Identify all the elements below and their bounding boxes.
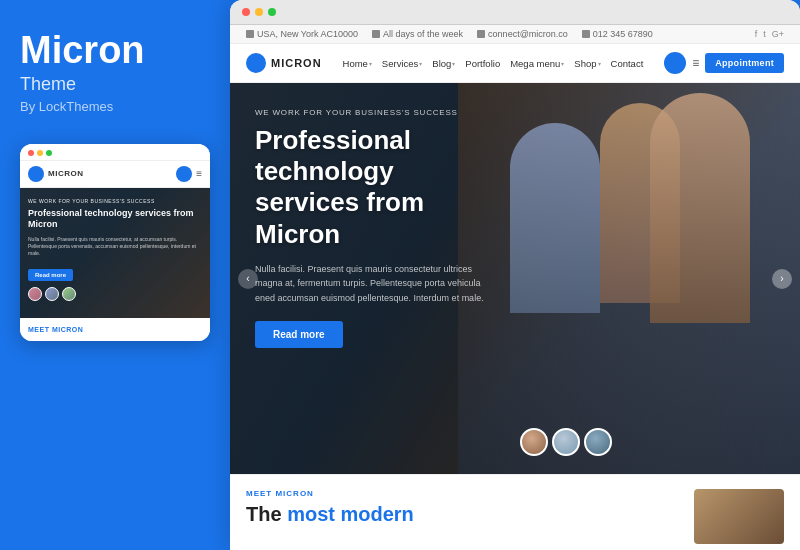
mobile-hero: WE WORK FOR YOUR BUSINESS'S SUCCESS Prof… [20, 188, 210, 318]
email-text: connect@micron.co [488, 29, 568, 39]
brand-header: Micron Theme By LockThemes [20, 30, 210, 114]
cart-icon[interactable] [664, 52, 686, 74]
mobile-logo-text: MICRON [48, 169, 83, 178]
info-address: USA, New York AC10000 [246, 29, 358, 39]
info-bar-left: USA, New York AC10000 All days of the we… [246, 29, 653, 39]
meet-title: The most modern [246, 502, 678, 526]
hero-avatar-2 [552, 428, 580, 456]
meet-section: MEET MICRON The most modern [230, 474, 800, 550]
mobile-avatar-2 [45, 287, 59, 301]
hamburger-icon[interactable]: ≡ [692, 56, 699, 70]
mobile-hero-content: WE WORK FOR YOUR BUSINESS'S SUCCESS Prof… [20, 188, 210, 311]
info-phone: 012 345 67890 [582, 29, 653, 39]
mobile-hamburger-icon[interactable]: ≡ [196, 168, 202, 179]
mobile-nav: MICRON ≡ [20, 161, 210, 188]
hero-tag: WE WORK FOR YOUR BUSINESS'S SUCCESS [255, 108, 501, 117]
nav-logo[interactable]: MICRON [246, 53, 322, 73]
meet-image-inner [694, 489, 784, 544]
mobile-meet-section: MEET MICRON [20, 318, 210, 341]
phone-text: 012 345 67890 [593, 29, 653, 39]
appointment-button[interactable]: Appointment [705, 53, 784, 73]
brand-title: Micron [20, 30, 210, 72]
info-email: connect@micron.co [477, 29, 568, 39]
meet-left: MEET MICRON The most modern [246, 489, 678, 526]
info-hours: All days of the week [372, 29, 463, 39]
mobile-read-more-button[interactable]: Read more [28, 269, 73, 281]
nav-blog[interactable]: Blog ▾ [432, 58, 455, 69]
email-icon [477, 30, 485, 38]
meet-label: MEET MICRON [246, 489, 678, 498]
mobile-dot-green [46, 150, 52, 156]
address-text: USA, New York AC10000 [257, 29, 358, 39]
brand-by: By LockThemes [20, 99, 210, 114]
mobile-dot-red [28, 150, 34, 156]
mobile-hero-body: Nulla facilisi. Praesent quis mauris con… [28, 236, 202, 257]
mobile-nav-icons: ≡ [176, 166, 202, 182]
nav-logo-icon [246, 53, 266, 73]
hero-title: Professional technology services from Mi… [255, 125, 501, 250]
nav-actions: ≡ Appointment [664, 52, 784, 74]
phone-icon [582, 30, 590, 38]
hero-title-line1: Professional technology [255, 125, 411, 186]
info-social-icons: f t G+ [755, 29, 784, 39]
nav-services[interactable]: Services ▾ [382, 58, 422, 69]
shop-caret: ▾ [598, 60, 601, 67]
nav-home[interactable]: Home ▾ [343, 58, 372, 69]
chrome-dot-green [268, 8, 276, 16]
google-plus-icon[interactable]: G+ [772, 29, 784, 39]
mobile-avatar-1 [28, 287, 42, 301]
mobile-dot-yellow [37, 150, 43, 156]
hero-avatars [520, 428, 612, 456]
nav-logo-text: MICRON [271, 57, 322, 69]
hero-avatar-3 [584, 428, 612, 456]
hero-section: WE WORK FOR YOUR BUSINESS'S SUCCESS Prof… [230, 83, 800, 474]
chrome-dot-yellow [255, 8, 263, 16]
meet-title-start: The [246, 503, 287, 525]
info-bar: USA, New York AC10000 All days of the we… [230, 25, 800, 44]
desktop-chrome-bar [230, 0, 800, 25]
hero-prev-arrow[interactable]: ‹ [238, 269, 258, 289]
nav-shop[interactable]: Shop ▾ [574, 58, 600, 69]
mobile-window-dots [28, 150, 52, 156]
nav-mega-menu[interactable]: Mega menu ▾ [510, 58, 564, 69]
desktop-mockup: USA, New York AC10000 All days of the we… [230, 0, 800, 550]
brand-subtitle: Theme [20, 74, 210, 95]
mobile-meet-label: MEET MICRON [28, 326, 202, 333]
mobile-hero-tag: WE WORK FOR YOUR BUSINESS'S SUCCESS [28, 198, 202, 204]
hero-person-2 [650, 93, 750, 323]
mobile-logo: MICRON [28, 166, 83, 182]
mobile-mockup: MICRON ≡ WE WORK FOR YOUR BUSINESS'S SUC… [20, 144, 210, 341]
mobile-chrome-bar [20, 144, 210, 161]
blog-caret: ▾ [452, 60, 455, 67]
nav-portfolio[interactable]: Portfolio [465, 58, 500, 69]
hero-avatar-1 [520, 428, 548, 456]
main-nav: MICRON Home ▾ Services ▾ Blog ▾ Portfoli… [230, 44, 800, 83]
mobile-cart-icon [176, 166, 192, 182]
facebook-icon[interactable]: f [755, 29, 758, 39]
mobile-avatar-3 [62, 287, 76, 301]
nav-contact[interactable]: Contact [611, 58, 644, 69]
hero-read-more-button[interactable]: Read more [255, 321, 343, 348]
nav-links: Home ▾ Services ▾ Blog ▾ Portfolio Mega … [343, 58, 644, 69]
address-icon [246, 30, 254, 38]
hours-text: All days of the week [383, 29, 463, 39]
mobile-logo-icon [28, 166, 44, 182]
hero-content: WE WORK FOR YOUR BUSINESS'S SUCCESS Prof… [230, 83, 526, 373]
meet-image [694, 489, 784, 544]
hero-next-arrow[interactable]: › [772, 269, 792, 289]
twitter-icon[interactable]: t [763, 29, 766, 39]
meet-title-highlight: most modern [287, 503, 414, 525]
left-panel: Micron Theme By LockThemes MICRON ≡ [0, 0, 230, 550]
mega-caret: ▾ [561, 60, 564, 67]
hero-body: Nulla facilisi. Praesent quis mauris con… [255, 262, 501, 305]
hero-title-line2: services from Micron [255, 187, 424, 248]
chrome-dot-red [242, 8, 250, 16]
desktop-site: USA, New York AC10000 All days of the we… [230, 25, 800, 550]
mobile-avatar-row [28, 287, 202, 301]
home-caret: ▾ [369, 60, 372, 67]
services-caret: ▾ [419, 60, 422, 67]
mobile-hero-title: Professional technology services from Mi… [28, 208, 202, 231]
hours-icon [372, 30, 380, 38]
